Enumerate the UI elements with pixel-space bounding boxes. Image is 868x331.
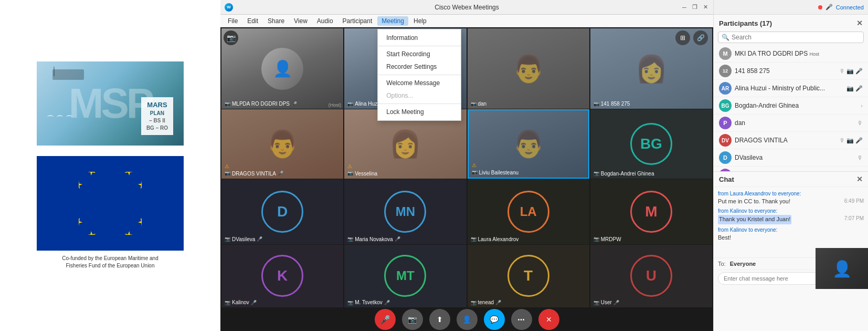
layout-button[interactable]: 🔗 (693, 30, 708, 45)
video-cell-7: 👨 ⚠ 📷 Liviu Bailesteanu (468, 109, 589, 179)
mute-button[interactable]: 🎤 (375, 309, 396, 330)
menu-participant[interactable]: Participant (338, 16, 377, 26)
participant-avatar: D (719, 151, 732, 164)
video-cell-3: 👨 📷 dan (468, 28, 589, 109)
avatar-mn: MN (384, 191, 426, 233)
chat-sender-2: from Kalinov to everyone: (718, 208, 864, 215)
dropdown-lock-meeting[interactable]: Lock Meeting (378, 106, 461, 118)
titlebar-controls[interactable]: ─ ❐ ✕ (681, 4, 709, 11)
dropdown-separator-1 (378, 46, 461, 46)
menu-view[interactable]: View (290, 16, 312, 26)
chat-title: Chat (719, 175, 734, 183)
cell-label-15: 📷 tenead 🎤 (471, 299, 502, 305)
warning-1: ⚠ (225, 163, 229, 169)
participant-avatar: AR (719, 82, 732, 95)
video-cell-1: 👤 📷 MLPDA RO DGDRI DPS 🎤 (Host) (221, 28, 343, 109)
video-row-extra: K 📷 Kalinov 🎤 MT 📷 M. Tsvetkov 🎤 T (220, 245, 713, 308)
cell-label-14: 📷 M. Tsvetkov 🎤 (347, 299, 390, 305)
search-input[interactable] (732, 34, 860, 41)
meeting-dropdown: Information Start Recording Recorder Set… (377, 29, 461, 121)
participants-section: Participants (17) ✕ 🔍 M MKI DA TRO DGDRI… (714, 15, 868, 171)
minimize-button[interactable]: ─ (681, 4, 688, 11)
participant-name: Alina Huzui - Ministry of Public... (735, 85, 843, 92)
participant-icons: 🎙 📷 🎤 (839, 68, 863, 75)
video-button[interactable]: 📷 (402, 309, 423, 330)
search-box: 🔍 (718, 32, 864, 43)
video-cell-12: M 📷 MRDPW (590, 179, 712, 244)
svg-marker-1 (123, 172, 135, 177)
warning-2: ⚠ (347, 163, 352, 169)
more-button[interactable]: ••• (511, 309, 532, 330)
self-preview-thumbnail: 👤 (816, 248, 868, 289)
eu-logo-area: Co-funded by the European Maritime and F… (37, 156, 184, 270)
chat-message-1: from Laura Alexandrov to everyone: Put m… (718, 190, 864, 205)
list-item: DV DRAGOS VINTILA 🎙 📷 🎤 (714, 132, 868, 149)
dropdown-start-recording[interactable]: Start Recording (378, 48, 461, 60)
menubar: File Edit Share View Audio Participant M… (220, 15, 713, 27)
svg-marker-5 (123, 230, 135, 235)
avatar-m: M (630, 191, 672, 233)
video-cell-15: T 📷 tenead 🎤 (468, 245, 589, 308)
cell-label-9: 📷 DVasileva 🎤 (225, 236, 262, 242)
menu-edit[interactable]: Edit (243, 16, 262, 26)
participant-avatar: M (719, 47, 732, 60)
notification-dot (818, 5, 822, 9)
mars-text-decoration: MSP (69, 79, 152, 128)
participants-close-button[interactable]: ✕ (856, 19, 863, 27)
cell-label-10: 📷 Maria Novakova 🎤 (347, 236, 400, 242)
participants-button[interactable]: 👤 (457, 309, 478, 330)
participants-title: Participants (17) (719, 19, 772, 27)
participant-name: DVasileva (735, 154, 854, 161)
svg-marker-7 (86, 230, 97, 235)
cell-label-1: 📷 MLPDA RO DGDRI DPS 🎤 (225, 101, 297, 107)
menu-file[interactable]: File (224, 16, 242, 26)
list-item: BG Bogdan-Andrei Ghinea › (714, 97, 868, 115)
dropdown-recorder-settings[interactable]: Recorder Settings (378, 60, 461, 73)
list-item: 12 141 858 275 🎙 📷 🎤 (714, 63, 868, 80)
avatar-la: LA (507, 191, 549, 233)
chat-button[interactable]: 💬 (484, 309, 505, 330)
status-bar: 🎤 Connected (714, 0, 868, 15)
top-controls: ⊞ 🔗 (675, 30, 708, 45)
menu-audio[interactable]: Audio (313, 16, 337, 26)
close-button[interactable]: ✕ (702, 4, 709, 11)
search-icon: 🔍 (722, 34, 729, 41)
menu-share[interactable]: Share (263, 16, 289, 26)
participant-name: MKI DA TRO DGDRI DPS Host (735, 50, 860, 57)
grid-view-button[interactable]: ⊞ (675, 30, 690, 45)
video-row-top: 👤 📷 MLPDA RO DGDRI DPS 🎤 (Host) 👩 📷 Alin… (220, 27, 713, 109)
video-cell-16: U 📷 User 🎤 (590, 245, 712, 308)
end-button[interactable]: ✕ (538, 309, 559, 330)
cell-label-11: 📷 Laura Alexandrov (471, 236, 519, 242)
connection-status: Connected (836, 4, 864, 11)
menu-help[interactable]: Help (409, 16, 431, 26)
video-cell-9: D 📷 DVasileva 🎤 (221, 179, 343, 244)
chat-close-button[interactable]: ✕ (856, 175, 863, 183)
avatar-t: T (507, 255, 549, 297)
video-row-bot: D 📷 DVasileva 🎤 MN 📷 Maria Novakova 🎤 LA (220, 179, 713, 245)
participant-avatar: BG (719, 99, 732, 112)
menu-meeting[interactable]: Meeting (377, 16, 408, 26)
chat-message-3: from Kalinov to everyone: Best! (718, 226, 864, 242)
eu-flag (37, 156, 184, 251)
share-button[interactable]: ⬆ (429, 309, 450, 330)
participant-name: DRAGOS VINTILA (735, 137, 836, 144)
warning-3: ⚠ (472, 162, 477, 168)
video-cell-5: 👨 ⚠ 📷 DRAGOS VINTILA 🎤 (221, 109, 343, 179)
chat-text-2: Thank you Kristel and Juan! (718, 215, 791, 224)
dropdown-information[interactable]: Information (378, 32, 461, 44)
dropdown-options: Options... (378, 89, 461, 102)
cell-label-6: 📷 Vesselina (347, 171, 377, 177)
participant-avatar: DV (719, 134, 732, 147)
restore-button[interactable]: ❐ (691, 4, 698, 11)
participant-name: dan (735, 119, 854, 127)
participants-header: Participants (17) ✕ (714, 15, 868, 29)
menu-meeting-container: Meeting Information Start Recording Reco… (377, 16, 408, 26)
dropdown-welcome-message[interactable]: Welcome Message (378, 77, 461, 89)
avatar-u: U (630, 255, 672, 297)
self-view-button[interactable]: 📷 (224, 30, 238, 45)
video-cell-8: BG 📷 Bogdan-Andrei Ghinea (590, 109, 712, 179)
mic-icon: 🎙 (857, 154, 863, 161)
avatar-bg: BG (630, 123, 672, 165)
video-cell-11: LA 📷 Laura Alexandrov (468, 179, 589, 244)
